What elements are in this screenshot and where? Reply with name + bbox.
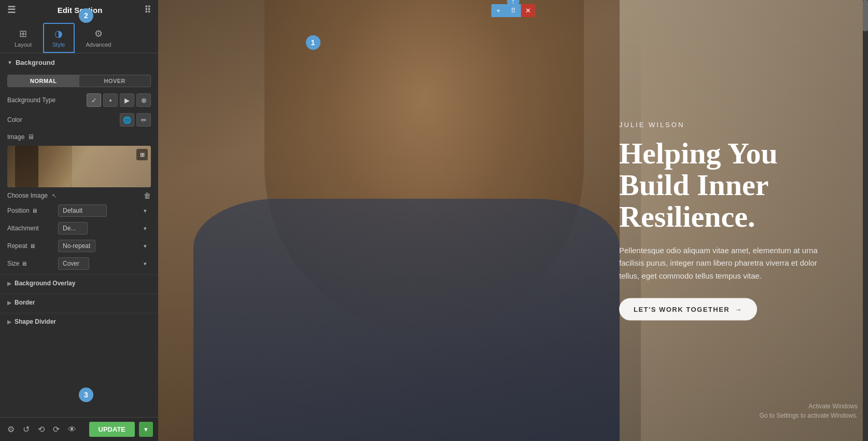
- undo-bottom-icon[interactable]: ⟲: [36, 422, 47, 436]
- background-arrow-icon: ▼: [7, 60, 12, 65]
- background-overlay-header[interactable]: ▶ Background Overlay: [0, 275, 158, 292]
- hero-content: JULIE WILSON Helping You Build Inner Res…: [619, 121, 837, 321]
- color-pencil-btn[interactable]: ✏: [136, 113, 151, 127]
- left-panel: ☰ Edit Section ⠿ 2 ⊞ Layout ◑ Style ⚙ Ad…: [0, 0, 158, 441]
- background-type-row: Background Type ✓ ▪ ▶ ⊕: [0, 90, 158, 110]
- position-row: Position 🖥 Default Top Left Top Center C…: [0, 202, 158, 219]
- plus-icon: +: [496, 7, 500, 15]
- update-button[interactable]: UPDATE: [89, 422, 135, 437]
- preview-bottom-icon[interactable]: 👁: [66, 423, 78, 436]
- canvas-area: ↑ + ⠿ ✕ 1 JULIE WILSON Helping You Build…: [158, 0, 868, 441]
- hover-toggle-btn[interactable]: HOVER: [79, 75, 151, 87]
- step-badge-3-container: 3: [79, 388, 93, 402]
- image-label: Image: [7, 133, 24, 141]
- size-select-wrapper: Cover Contain Auto: [58, 257, 151, 270]
- color-label: Color: [7, 116, 22, 123]
- cursor-indicator: ↖: [52, 192, 57, 199]
- size-label: Size 🖥: [7, 260, 54, 267]
- attachment-select[interactable]: De... Default Fixed Scroll: [58, 222, 88, 235]
- hero-cta-label: LET'S WORK TOGETHER: [634, 305, 730, 313]
- attachment-select-wrapper: De... Default Fixed Scroll: [58, 222, 151, 235]
- section-toolbar: ↑ + ⠿ ✕: [491, 4, 535, 17]
- hero-cta-arrow-icon: →: [735, 305, 743, 313]
- size-row: Size 🖥 Cover Contain Auto: [0, 255, 158, 272]
- hero-title: Helping You Build Inner Resilience.: [619, 138, 837, 233]
- border-triangle-icon: ▶: [7, 300, 11, 306]
- choose-image-row: Choose Image ↖ 🗑: [0, 189, 158, 202]
- update-arrow-button[interactable]: ▾: [139, 422, 153, 437]
- border-section: ▶ Border: [0, 294, 158, 311]
- image-label-row: Image 🖥: [0, 130, 158, 144]
- scrollbar-thumb[interactable]: [863, 0, 868, 31]
- overlay-triangle-icon: ▶: [7, 281, 11, 286]
- tab-advanced-label: Advanced: [86, 42, 111, 48]
- repeat-select-wrapper: No-repeat Repeat Repeat-x Repeat-y: [58, 240, 151, 252]
- background-overlay-section: ▶ Background Overlay: [0, 274, 158, 292]
- gear-icon: ⚙: [94, 28, 103, 39]
- hamburger-icon[interactable]: ☰: [7, 4, 16, 16]
- attachment-row: Attachment De... Default Fixed Scroll: [0, 219, 158, 237]
- tab-advanced[interactable]: ⚙ Advanced: [77, 23, 121, 53]
- shape-divider-section: ▶ Shape Divider: [0, 313, 158, 330]
- tabs-row: ⊞ Layout ◑ Style ⚙ Advanced: [0, 20, 158, 53]
- normal-toggle-btn[interactable]: NORMAL: [8, 75, 79, 87]
- activate-line2: Go to Settings to activate Windows.: [760, 411, 858, 420]
- right-scrollbar[interactable]: [863, 0, 868, 441]
- activate-line1: Activate Windows: [760, 402, 858, 411]
- add-section-btn[interactable]: +: [491, 4, 506, 17]
- color-globe-btn[interactable]: 🌐: [120, 113, 134, 127]
- delete-image-btn[interactable]: 🗑: [144, 191, 151, 200]
- size-select[interactable]: Cover Contain Auto: [58, 257, 89, 270]
- monitor-icon: 🖥: [27, 133, 34, 141]
- tab-layout[interactable]: ⊞ Layout: [5, 23, 41, 53]
- bg-type-label: Background Type: [7, 97, 59, 104]
- person-body: [193, 199, 619, 442]
- move-icon: ⠿: [511, 7, 516, 15]
- redo-bottom-icon[interactable]: ⟳: [51, 422, 62, 436]
- bg-type-controls: ✓ ▪ ▶ ⊕: [87, 93, 151, 107]
- grid-icon[interactable]: ⠿: [144, 4, 151, 16]
- tab-layout-label: Layout: [15, 42, 32, 48]
- color-icons: 🌐 ✏: [120, 113, 151, 127]
- background-section-header[interactable]: ▼ Background: [0, 53, 158, 72]
- shape-triangle-icon: ▶: [7, 319, 11, 325]
- close-icon: ✕: [525, 7, 531, 15]
- step-badge-1-container: 1: [306, 35, 320, 50]
- hero-cta-button[interactable]: LET'S WORK TOGETHER →: [619, 298, 757, 320]
- panel-body: ▼ Background NORMAL HOVER Background Typ…: [0, 53, 158, 417]
- choose-image-btn[interactable]: Choose Image: [7, 192, 48, 199]
- position-monitor-icon: 🖥: [32, 208, 37, 214]
- hero-section: ↑ + ⠿ ✕ 1 JULIE WILSON Helping You Build…: [158, 0, 868, 441]
- step-badge-2: 2: [79, 8, 93, 23]
- image-preview-container: ⊞: [7, 146, 151, 187]
- position-select[interactable]: Default Top Left Top Center Center Cente…: [58, 204, 107, 217]
- image-preview[interactable]: ⊞: [7, 146, 151, 187]
- close-section-btn[interactable]: ✕: [521, 4, 535, 17]
- repeat-select[interactable]: No-repeat Repeat Repeat-x Repeat-y: [58, 240, 95, 252]
- history-bottom-icon[interactable]: ↺: [21, 422, 32, 436]
- bg-type-none-btn[interactable]: ✓: [87, 93, 101, 107]
- hero-subtitle: JULIE WILSON: [619, 121, 837, 129]
- repeat-monitor-icon: 🖥: [30, 243, 35, 249]
- bottom-bar: ⚙ ↺ ⟲ ⟳ 👁 UPDATE ▾: [0, 417, 158, 441]
- border-label: Border: [15, 299, 35, 306]
- shape-divider-label: Shape Divider: [15, 318, 56, 325]
- shape-divider-header[interactable]: ▶ Shape Divider: [0, 313, 158, 330]
- color-row: Color 🌐 ✏: [0, 110, 158, 130]
- attachment-label: Attachment: [7, 225, 54, 232]
- repeat-label: Repeat 🖥: [7, 242, 54, 250]
- tab-style[interactable]: ◑ Style: [43, 23, 74, 53]
- bg-type-classic-btn[interactable]: ▪: [103, 93, 118, 107]
- bg-type-video-btn[interactable]: ▶: [120, 93, 134, 107]
- repeat-row: Repeat 🖥 No-repeat Repeat Repeat-x Repea…: [0, 237, 158, 255]
- border-header[interactable]: ▶ Border: [0, 294, 158, 311]
- normal-hover-toggle: NORMAL HOVER: [7, 75, 151, 87]
- bg-type-slideshow-btn[interactable]: ⊕: [136, 93, 151, 107]
- position-select-wrapper: Default Top Left Top Center Center Cente…: [58, 204, 151, 217]
- background-section-label: Background: [16, 59, 55, 66]
- step-badge-1: 1: [306, 35, 320, 50]
- image-edit-overlay-icon[interactable]: ⊞: [136, 149, 148, 160]
- step-badge-3: 3: [79, 388, 93, 402]
- settings-bottom-icon[interactable]: ⚙: [5, 422, 17, 436]
- layout-icon: ⊞: [19, 28, 27, 39]
